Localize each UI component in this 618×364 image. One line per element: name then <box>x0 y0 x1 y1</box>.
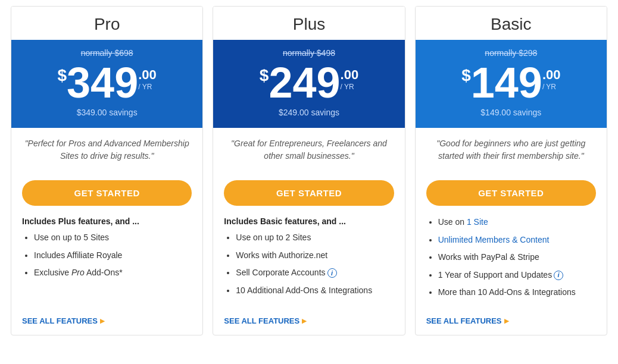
info-icon[interactable]: i <box>327 268 337 278</box>
plan-title-pro: Pro <box>11 7 202 40</box>
features-heading-pro: Includes Plus features, and ... <box>22 216 192 226</box>
list-item: Sell Corporate Accountsi <box>236 267 394 279</box>
savings-plus: $249.00 savings <box>219 108 398 117</box>
price-dollar-pro: $ <box>58 66 67 85</box>
price-dollar-plus: $ <box>260 66 269 85</box>
price-amount-plus: 249 <box>269 61 340 104</box>
plan-card-plus: Plusnormally $498$249.00/ YR$249.00 savi… <box>213 6 405 335</box>
price-main-pro: $349.00/ YR <box>17 61 196 104</box>
list-item: 10 Additional Add-Ons & Integrations <box>236 285 394 297</box>
normally-price-plus: normally $498 <box>219 48 398 58</box>
plan-tagline-pro: "Perfect for Pros and Advanced Membershi… <box>22 137 192 171</box>
list-item: Includes Affiliate Royale <box>34 250 192 262</box>
price-yr-basic: / YR <box>542 83 556 91</box>
features-heading-plus: Includes Basic features, and ... <box>224 216 394 226</box>
price-amount-pro: 349 <box>67 61 138 104</box>
get-started-btn-basic[interactable]: GET STARTED <box>426 180 596 206</box>
price-yr-pro: / YR <box>138 83 152 91</box>
list-item: Works with Authorize.net <box>236 250 394 262</box>
plan-pricing-box-basic: normally $298$149.00/ YR$149.00 savings <box>416 40 607 128</box>
price-cents-plus: .00 <box>341 67 359 83</box>
plan-tagline-basic: "Good for beginners who are just getting… <box>426 137 596 171</box>
plan-pricing-box-plus: normally $498$249.00/ YR$249.00 savings <box>213 40 404 128</box>
features-list-plus: Use on up to 2 SitesWorks with Authorize… <box>224 232 394 302</box>
plan-card-basic: Basicnormally $298$149.00/ YR$149.00 sav… <box>415 6 607 335</box>
normally-price-basic: normally $298 <box>422 48 601 58</box>
get-started-btn-pro[interactable]: GET STARTED <box>22 180 192 206</box>
savings-basic: $149.00 savings <box>422 108 601 117</box>
price-amount-basic: 149 <box>471 61 542 104</box>
plan-card-pro: Pronormally $698$349.00/ YR$349.00 savin… <box>11 6 203 335</box>
price-main-basic: $149.00/ YR <box>422 61 601 104</box>
list-item: Exclusive Pro Add-Ons* <box>34 267 192 279</box>
list-item: Use on up to 2 Sites <box>236 232 394 244</box>
price-cents-yr-pro: .00/ YR <box>138 67 157 91</box>
plan-title-plus: Plus <box>213 7 404 40</box>
list-item: Use on up to 5 Sites <box>34 232 192 244</box>
pricing-container: Pronormally $698$349.00/ YR$349.00 savin… <box>0 6 618 335</box>
see-all-features-pro[interactable]: SEE ALL FEATURES <box>22 314 192 325</box>
price-yr-plus: / YR <box>341 83 354 91</box>
list-item: Use on 1 Site <box>438 216 596 228</box>
list-item: More than 10 Add-Ons & Integrations <box>438 287 596 299</box>
features-list-pro: Use on up to 5 SitesIncludes Affiliate R… <box>22 232 192 285</box>
plan-pricing-box-pro: normally $698$349.00/ YR$349.00 savings <box>11 40 202 128</box>
price-dollar-basic: $ <box>461 66 471 85</box>
plan-body-plus: "Great for Entrepreneurs, Freelancers an… <box>213 128 404 335</box>
price-cents-yr-basic: .00/ YR <box>542 67 561 91</box>
highlight-text: 1 Site <box>467 217 488 227</box>
list-item: Unlimited Members & Content <box>438 234 596 246</box>
list-item: Works with PayPal & Stripe <box>438 252 596 263</box>
price-cents-yr-plus: .00/ YR <box>341 67 359 91</box>
see-all-features-basic[interactable]: SEE ALL FEATURES <box>426 314 596 325</box>
plan-title-basic: Basic <box>416 7 607 40</box>
price-main-plus: $249.00/ YR <box>219 61 398 104</box>
highlight-text: Unlimited Members & Content <box>438 235 550 244</box>
normally-price-pro: normally $698 <box>17 48 196 58</box>
get-started-btn-plus[interactable]: GET STARTED <box>224 180 394 206</box>
price-cents-pro: .00 <box>138 67 157 83</box>
plan-body-basic: "Good for beginners who are just getting… <box>416 128 607 335</box>
price-cents-basic: .00 <box>542 67 561 83</box>
features-list-basic: Use on 1 SiteUnlimited Members & Content… <box>426 216 596 305</box>
savings-pro: $349.00 savings <box>17 108 196 117</box>
plan-tagline-plus: "Great for Entrepreneurs, Freelancers an… <box>224 137 394 171</box>
info-icon[interactable]: i <box>554 271 563 280</box>
see-all-features-plus[interactable]: SEE ALL FEATURES <box>224 314 394 325</box>
plan-body-pro: "Perfect for Pros and Advanced Membershi… <box>11 128 202 335</box>
highlight-text: Pro <box>71 268 85 277</box>
list-item: 1 Year of Support and Updatesi <box>438 269 596 281</box>
